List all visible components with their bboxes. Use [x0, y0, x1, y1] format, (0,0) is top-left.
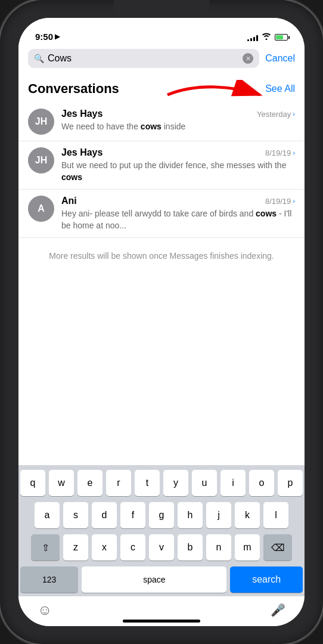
space-key[interactable]: space	[82, 566, 226, 593]
conv-name: Jes Hays	[61, 109, 103, 119]
search-input[interactable]: Cows	[48, 53, 239, 64]
home-bar	[123, 620, 200, 623]
wifi-icon	[262, 33, 271, 42]
key-b[interactable]: b	[178, 534, 203, 561]
bar4	[256, 35, 258, 41]
signal-bars	[247, 34, 258, 41]
status-time: 9:50 ▶	[35, 32, 60, 42]
key-a[interactable]: a	[35, 502, 60, 528]
space-label: space	[143, 575, 165, 584]
avatar-initials: JH	[35, 155, 47, 166]
key-r[interactable]: r	[106, 470, 131, 496]
key-row-3: ⇧ z x c v b n m ⌫	[20, 534, 303, 561]
key-s[interactable]: s	[63, 502, 88, 528]
key-c[interactable]: c	[120, 534, 145, 561]
conv-time: 8/19/19 ›	[265, 148, 295, 157]
phone-frame: 9:50 ▶	[0, 0, 323, 644]
conv-preview: But we need to put up the divider fence,…	[61, 160, 295, 183]
mic-icon[interactable]: 🎤	[271, 603, 285, 617]
bar2	[250, 38, 252, 41]
red-arrow	[162, 80, 269, 110]
key-z[interactable]: z	[63, 534, 88, 561]
key-n[interactable]: n	[206, 534, 231, 561]
key-p[interactable]: p	[278, 470, 303, 496]
key-i[interactable]: i	[220, 470, 246, 496]
bar1	[247, 39, 249, 41]
key-x[interactable]: x	[92, 534, 117, 561]
conv-content: Jes Hays Yesterday › We need to have the…	[61, 109, 295, 133]
search-label: search	[252, 574, 281, 585]
key-h[interactable]: h	[178, 502, 203, 528]
shift-key[interactable]: ⇧	[31, 534, 60, 561]
key-row-4: 123 space search	[20, 566, 303, 593]
conversations-list: JH Jes Hays Yesterday › We need to have …	[18, 103, 305, 238]
key-y[interactable]: y	[163, 470, 188, 496]
key-f[interactable]: f	[120, 502, 145, 528]
conv-top: Jes Hays Yesterday ›	[61, 109, 295, 119]
avatar: A	[28, 196, 54, 222]
key-d[interactable]: d	[92, 502, 117, 528]
key-m[interactable]: m	[235, 534, 260, 561]
more-results-text: More results will be shown once Messages…	[18, 238, 305, 274]
status-icons	[247, 33, 288, 42]
key-u[interactable]: u	[192, 470, 217, 496]
search-input-wrap[interactable]: 🔍 Cows ✕	[28, 49, 259, 68]
bar3	[253, 37, 255, 41]
num123-label: 123	[42, 575, 56, 584]
see-all-link[interactable]: See All	[265, 83, 295, 94]
notch	[114, 0, 209, 17]
key-t[interactable]: t	[135, 470, 160, 496]
key-k[interactable]: k	[235, 502, 260, 528]
chevron-icon: ›	[293, 149, 295, 156]
keyboard[interactable]: q w e r t y u i o p a s d f g h j k	[18, 465, 305, 596]
conv-name: Ani	[61, 196, 77, 206]
key-123[interactable]: 123	[20, 566, 78, 593]
phone-screen: 9:50 ▶	[18, 18, 305, 626]
conv-preview: Hey ani- please tell arwydd to take care…	[61, 208, 295, 231]
key-q[interactable]: q	[20, 470, 45, 496]
key-l[interactable]: l	[263, 502, 288, 528]
search-bar-container: 🔍 Cows ✕ Cancel	[18, 44, 305, 73]
location-icon: ▶	[55, 33, 60, 41]
conv-time: Yesterday ›	[257, 110, 295, 119]
chevron-icon: ›	[293, 110, 295, 117]
content-area: Conversations See All	[18, 73, 305, 465]
delete-key[interactable]: ⌫	[263, 534, 292, 561]
conv-content: Ani 8/19/19 › Hey ani- please tell arwyd…	[61, 196, 295, 231]
chevron-icon: ›	[293, 197, 295, 205]
avatar: JH	[28, 109, 54, 135]
conv-top: Jes Hays 8/19/19 ›	[61, 147, 295, 158]
conversations-title: Conversations	[28, 81, 119, 97]
key-j[interactable]: j	[206, 502, 231, 528]
conv-preview: We need to have the cows inside	[61, 121, 295, 133]
cancel-button[interactable]: Cancel	[265, 53, 295, 64]
status-bar: 9:50 ▶	[18, 18, 305, 44]
clear-search-button[interactable]: ✕	[243, 53, 253, 64]
key-w[interactable]: w	[49, 470, 74, 496]
emoji-icon[interactable]: ☺	[38, 602, 52, 618]
key-row-2: a s d f g h j k l	[20, 502, 303, 528]
conv-time: 8/19/19 ›	[265, 197, 295, 206]
key-g[interactable]: g	[149, 502, 174, 528]
conv-top: Ani 8/19/19 ›	[61, 196, 295, 206]
conv-name: Jes Hays	[61, 147, 103, 158]
conversation-item[interactable]: A Ani 8/19/19 › Hey ani- please tell arw…	[18, 190, 305, 238]
search-key[interactable]: search	[230, 566, 303, 593]
time-display: 9:50	[35, 32, 53, 42]
conv-content: Jes Hays 8/19/19 › But we need to put up…	[61, 147, 295, 183]
battery-icon	[275, 34, 288, 41]
avatar: JH	[28, 147, 54, 174]
conversation-item[interactable]: JH Jes Hays 8/19/19 › But we need to put…	[18, 141, 305, 190]
key-e[interactable]: e	[77, 470, 103, 496]
key-v[interactable]: v	[149, 534, 174, 561]
battery-fill	[276, 35, 283, 39]
avatar-initials: A	[38, 203, 45, 214]
key-row-1: q w e r t y u i o p	[20, 470, 303, 496]
search-icon: 🔍	[34, 54, 44, 63]
key-o[interactable]: o	[249, 470, 274, 496]
avatar-initials: JH	[35, 116, 47, 127]
